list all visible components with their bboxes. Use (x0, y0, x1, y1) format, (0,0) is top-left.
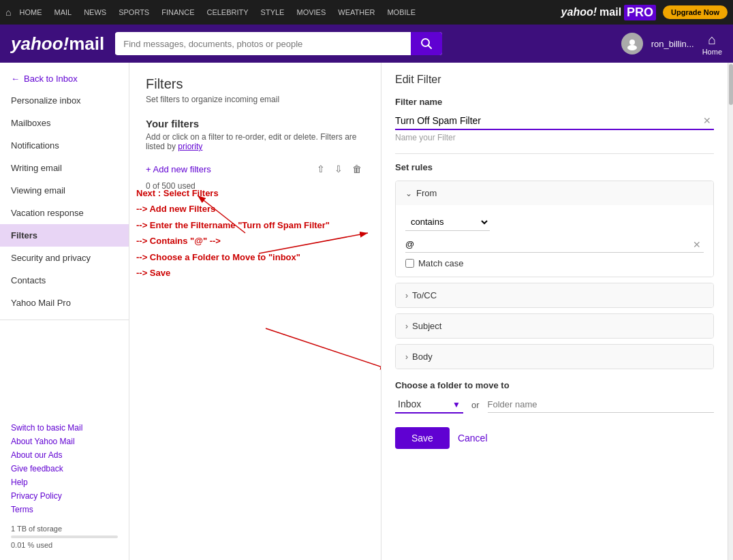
home-icon: ⌂ (5, 7, 11, 18)
home-label: Home (702, 48, 722, 56)
tocc-rule-header[interactable]: › To/CC (396, 283, 713, 307)
filter-name-label: Filter name (395, 97, 714, 107)
from-rule-header[interactable]: ⌄ From (396, 181, 713, 205)
filters-panel: Filters Set filters to organize incoming… (129, 63, 381, 560)
svg-point-2 (629, 40, 635, 45)
top-navigation: ⌂ HOME MAIL NEWS SPORTS FINANCE CELEBRIT… (0, 0, 733, 25)
folder-select-wrapper: Inbox Spam Trash Archive ▼ (395, 396, 463, 414)
content-area: Filters Set filters to organize incoming… (129, 63, 733, 560)
nav-mobile[interactable]: MOBILE (381, 0, 421, 25)
sidebar-item-filters[interactable]: Filters (0, 224, 129, 247)
subject-rule-header[interactable]: › Subject (396, 314, 713, 338)
home-link[interactable]: ⌂ Home (702, 32, 722, 56)
search-button[interactable] (411, 32, 442, 55)
sidebar-item-notifications[interactable]: Notifications (0, 134, 129, 157)
sidebar-item-vacation[interactable]: Vacation response (0, 202, 129, 224)
pro-badge: PRO (624, 5, 656, 20)
filter-actions: + Add new filters ⇧ ⇩ 🗑 (146, 162, 364, 176)
folder-or-label: or (471, 400, 480, 410)
your-filters-desc: Add or click on a filter to re-order, ed… (146, 132, 364, 151)
privacy-policy-link[interactable]: Privacy Policy (11, 489, 118, 503)
sidebar-item-personalize[interactable]: Personalize inbox (0, 89, 129, 112)
back-to-inbox-label: Back to Inbox (24, 74, 78, 84)
body-label: Body (412, 352, 433, 362)
avatar[interactable] (621, 33, 643, 55)
scrollbar[interactable] (728, 63, 733, 560)
main-layout: ← Back to Inbox Personalize inbox Mailbo… (0, 63, 733, 560)
sidebar-item-security[interactable]: Security and privacy (0, 247, 129, 269)
sidebar-item-writing[interactable]: Writing email (0, 157, 129, 179)
yahoo-mail-logo[interactable]: yahoo! mail (11, 33, 104, 55)
match-case-row: Match case (405, 258, 704, 268)
sidebar-item-mailboxes[interactable]: Mailboxes (0, 112, 129, 134)
clear-at-button[interactable]: ✕ (690, 239, 704, 250)
username-label: ron_billin... (651, 39, 694, 49)
filters-subtitle: Set filters to organize incoming email (146, 95, 364, 104)
nav-news[interactable]: NEWS (78, 0, 112, 25)
folder-select[interactable]: Inbox Spam Trash Archive (395, 396, 463, 414)
delete-filter-button[interactable]: 🗑 (349, 162, 364, 176)
svg-line-6 (266, 328, 381, 369)
yahoo-text: yahoo! (11, 33, 69, 55)
action-buttons: Save Cancel (395, 427, 714, 449)
sidebar-item-viewing[interactable]: Viewing email (0, 179, 129, 202)
filter-name-row: ✕ (395, 112, 714, 130)
nav-mail[interactable]: MAIL (48, 0, 77, 25)
filter-name-input[interactable] (395, 112, 700, 129)
at-value-input[interactable] (405, 236, 690, 252)
folder-section: Choose a folder to move to Inbox Spam Tr… (395, 380, 714, 414)
instruction-line4: --> Contains "@" --> (136, 233, 330, 249)
priority-link[interactable]: priority (178, 142, 202, 151)
mail-text: mail (69, 33, 104, 55)
body-chevron-icon: › (405, 352, 408, 362)
sidebar-item-contacts[interactable]: Contacts (0, 269, 129, 292)
match-case-checkbox[interactable] (405, 259, 414, 268)
tocc-rule-section: › To/CC (395, 283, 714, 308)
nav-weather[interactable]: WEATHER (332, 0, 380, 25)
clear-filter-name-button[interactable]: ✕ (700, 115, 714, 126)
storage-info: 1 TB of storage 0.01 % used (11, 525, 118, 549)
header-right: ron_billin... ⌂ Home (621, 32, 722, 56)
give-feedback-link[interactable]: Give feedback (11, 462, 118, 476)
help-link[interactable]: Help (11, 476, 118, 489)
sidebar: ← Back to Inbox Personalize inbox Mailbo… (0, 63, 129, 560)
sidebar-item-yahoo-pro[interactable]: Yahoo Mail Pro (0, 292, 129, 314)
about-yahoo-link[interactable]: About Yahoo Mail (11, 435, 118, 448)
from-label: From (416, 188, 437, 198)
instruction-overlay: Next : Select Filters --> Add new Filter… (136, 185, 330, 281)
storage-label: 1 TB of storage (11, 525, 118, 533)
filter-action-icons: ⇧ ⇩ 🗑 (314, 162, 364, 176)
save-button[interactable]: Save (395, 427, 450, 449)
filters-count: 0 of 500 used (146, 181, 364, 191)
about-ads-link[interactable]: About our Ads (11, 448, 118, 462)
contains-select[interactable]: contains does not contain starts with en… (405, 213, 490, 231)
your-filters-title: Your filters (146, 118, 364, 129)
move-up-button[interactable]: ⇧ (314, 162, 328, 176)
folder-name-input[interactable] (488, 396, 714, 413)
filters-title: Filters (146, 76, 364, 92)
add-filter-button[interactable]: + Add new filters (146, 164, 211, 174)
subject-chevron-icon: › (405, 322, 408, 331)
from-rule-section: ⌄ From contains does not contain starts … (395, 181, 714, 277)
svg-point-3 (627, 45, 637, 50)
nav-sports[interactable]: SPORTS (113, 0, 155, 25)
scrollbar-thumb[interactable] (729, 64, 733, 105)
search-input[interactable] (115, 33, 411, 55)
nav-movies[interactable]: MOVIES (291, 0, 331, 25)
tocc-chevron-icon: › (405, 291, 408, 300)
edit-filter-title: Edit Filter (395, 74, 714, 86)
body-rule-header[interactable]: › Body (396, 345, 713, 369)
nav-finance[interactable]: FINANCE (156, 0, 200, 25)
nav-home[interactable]: HOME (14, 0, 47, 25)
move-down-button[interactable]: ⇩ (332, 162, 345, 176)
switch-basic-link[interactable]: Switch to basic Mail (11, 421, 118, 435)
upgrade-button[interactable]: Upgrade Now (663, 5, 728, 19)
nav-celebrity[interactable]: CELEBRITY (201, 0, 253, 25)
subject-label: Subject (412, 321, 441, 331)
cancel-button[interactable]: Cancel (458, 427, 488, 449)
svg-line-4 (198, 196, 245, 233)
back-to-inbox-link[interactable]: ← Back to Inbox (0, 68, 129, 89)
nav-style[interactable]: STYLE (255, 0, 290, 25)
terms-link[interactable]: Terms (11, 503, 118, 516)
house-icon: ⌂ (708, 32, 716, 48)
